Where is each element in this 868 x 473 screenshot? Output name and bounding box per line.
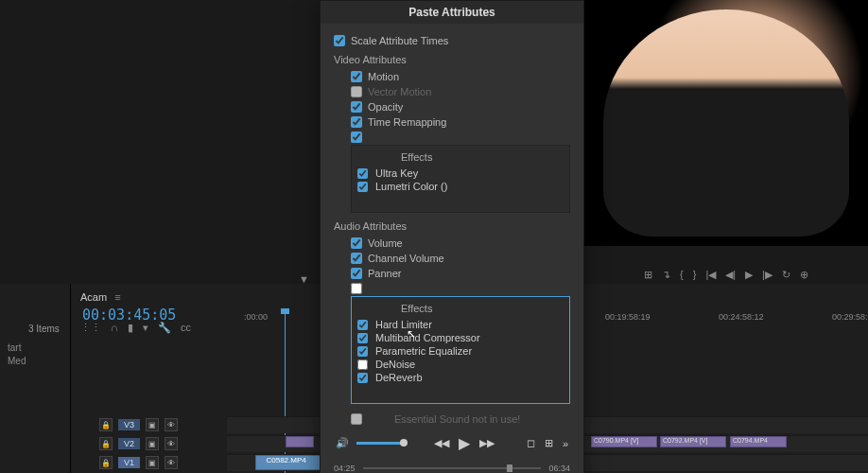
effect-multiband-compressor[interactable]: Multiband Compressor (357, 331, 564, 344)
close-tab-icon[interactable]: ≡ (114, 291, 120, 303)
rewind-icon[interactable]: ◀◀ (432, 435, 451, 451)
effect-label: Hard Limiter (375, 319, 432, 330)
volume-slider[interactable] (356, 442, 404, 445)
loop-icon[interactable]: ◻ (525, 435, 537, 451)
effect-label: Multiband Compressor (375, 332, 480, 343)
play-icon[interactable]: ▶ (457, 432, 472, 454)
audio-effects-box: Effects Hard Limiter Multiband Compresso… (351, 296, 570, 404)
program-transport: ⊞ ↴ { } |◀ ◀| ▶ |▶ ↻ ⊕ (584, 265, 868, 284)
track-eye-icon[interactable]: 👁 (165, 437, 178, 450)
mark-out-icon[interactable]: } (693, 269, 697, 280)
checkbox-label: Time Remapping (368, 116, 446, 128)
track-header-v3: 🔒 V3 ▣ 👁 (99, 416, 227, 433)
track-header-v2: 🔒 V2 ▣ 👁 (99, 435, 227, 452)
program-monitor (584, 0, 868, 246)
video-effects-master-checkbox[interactable] (334, 130, 570, 145)
pip-icon[interactable]: ⊞ (543, 435, 555, 451)
clip-label: C0582.MP4 (266, 456, 305, 464)
checkbox-label: Scale Attribute Times (351, 35, 448, 46)
snap-icon[interactable]: ⋮⋮ (80, 322, 101, 334)
clip[interactable]: C0790.MP4 [V] (591, 436, 657, 447)
volume-icon[interactable]: 🔊 (334, 435, 351, 451)
channel-volume-checkbox[interactable]: Channel Volume (334, 251, 570, 266)
sequence-tab-label: Acam (80, 291, 107, 303)
wrench-icon[interactable]: 🔧 (158, 322, 171, 334)
track-name-v1[interactable]: V1 (118, 457, 140, 468)
clip[interactable]: C0792.MP4 [V] (660, 436, 726, 447)
motion-checkbox[interactable]: Motion (334, 69, 570, 84)
opacity-checkbox[interactable]: Opacity (334, 99, 570, 114)
track-lock-icon[interactable]: 🔒 (99, 456, 113, 469)
paste-attributes-dialog: Paste Attributes Scale Attribute Times V… (320, 0, 584, 473)
fast-forward-icon[interactable]: ▶▶ (477, 435, 496, 451)
play-icon[interactable]: ▶ (745, 269, 753, 281)
lift-icon[interactable]: ↴ (662, 269, 670, 281)
effect-dereverb[interactable]: DeReverb (357, 371, 564, 384)
video-preview-frame (603, 9, 849, 236)
checkbox-label: Opacity (368, 101, 403, 113)
track-mute-icon[interactable]: ▣ (146, 418, 159, 431)
vector-motion-checkbox: Vector Motion (334, 84, 570, 99)
progress-bar[interactable] (363, 467, 542, 469)
clip[interactable]: C0794.MP4 (730, 436, 787, 447)
effect-label: Ultra Key (375, 167, 418, 179)
ruler-tick: 00:29:58:04 (832, 312, 868, 322)
track-name-v3[interactable]: V3 (118, 419, 140, 430)
progress-row: 04:25 06:34 (334, 460, 570, 473)
mark-in-icon[interactable]: { (680, 269, 684, 280)
track-header-v1: 🔒 V1 ▣ 👁 (99, 454, 227, 471)
bin-tab-start[interactable]: tart (0, 341, 28, 355)
time-remapping-checkbox[interactable]: Time Remapping (334, 114, 570, 130)
track-eye-icon[interactable]: 👁 (165, 418, 178, 431)
items-count: 3 Items (0, 324, 60, 334)
clip[interactable] (286, 436, 314, 447)
track-lock-icon[interactable]: 🔒 (99, 418, 113, 431)
export-frame-icon[interactable]: ⊕ (800, 269, 808, 281)
dialog-body: Scale Attribute Times Video Attributes M… (321, 24, 583, 473)
mini-player: 🔊 ◀◀ ▶ ▶▶ ◻ ⊞ » (334, 427, 570, 460)
track-eye-icon[interactable]: 👁 (165, 456, 178, 469)
track-mute-icon[interactable]: ▣ (146, 437, 159, 450)
effect-denoise[interactable]: DeNoise (357, 358, 564, 371)
dialog-title: Paste Attributes (321, 1, 583, 24)
effect-label: Lumetri Color () (375, 181, 447, 192)
timeline-tools: ⋮⋮ ∩ ▮ ▾ 🔧 cc (80, 322, 191, 334)
marker-icon[interactable]: ⊞ (644, 269, 652, 281)
step-back-icon[interactable]: ◀| (725, 269, 736, 281)
audio-effects-master-checkbox[interactable] (334, 281, 570, 296)
panner-checkbox[interactable]: Panner (334, 266, 570, 281)
cc-icon[interactable]: cc (181, 322, 191, 334)
fx-badge-icon: fx (258, 456, 264, 464)
effect-lumetri-color[interactable]: Lumetri Color () (357, 180, 564, 193)
track-lock-icon[interactable]: 🔒 (99, 437, 113, 450)
volume-checkbox[interactable]: Volume (334, 236, 570, 251)
effect-ultra-key[interactable]: Ultra Key (357, 166, 564, 180)
effect-hard-limiter[interactable]: Hard Limiter (357, 318, 564, 331)
ruler-tick: 00:24:58:12 (719, 312, 764, 322)
time-total: 06:34 (548, 464, 570, 473)
track-mute-icon[interactable]: ▣ (146, 456, 159, 469)
step-forward-icon[interactable]: |▶ (762, 269, 773, 281)
effect-label: DeNoise (375, 359, 415, 370)
effect-label: DeReverb (375, 372, 423, 383)
bin-tab-med[interactable]: Med (0, 354, 33, 368)
scale-attribute-times-checkbox[interactable]: Scale Attribute Times (334, 33, 570, 48)
go-to-in-icon[interactable]: |◀ (705, 269, 716, 281)
more-icon[interactable]: » (561, 436, 570, 451)
track-name-v2[interactable]: V2 (118, 438, 140, 449)
go-to-out-icon[interactable]: ↻ (782, 269, 790, 281)
sequence-tab[interactable]: Acam ≡ (80, 291, 121, 303)
essential-sound-checkbox: Essential Sound not in use! (334, 412, 570, 427)
checkbox-label: Panner (368, 268, 401, 279)
checkbox-label: Vector Motion (368, 86, 431, 97)
clip[interactable]: fx C0582.MP4 (255, 455, 321, 470)
checkbox-label: Channel Volume (368, 253, 444, 264)
checkbox-label: Essential Sound not in use! (368, 413, 520, 425)
linked-selection-icon[interactable]: ∩ (111, 322, 118, 334)
effect-label: Parametric Equalizer (375, 345, 472, 357)
effect-parametric-equalizer[interactable]: Parametric Equalizer (357, 344, 564, 358)
settings-icon[interactable]: ▾ (143, 322, 148, 334)
checkbox-label: Motion (368, 71, 399, 82)
marker-tool-icon[interactable]: ▮ (128, 322, 133, 334)
audio-attributes-section: Audio Attributes (334, 220, 570, 232)
